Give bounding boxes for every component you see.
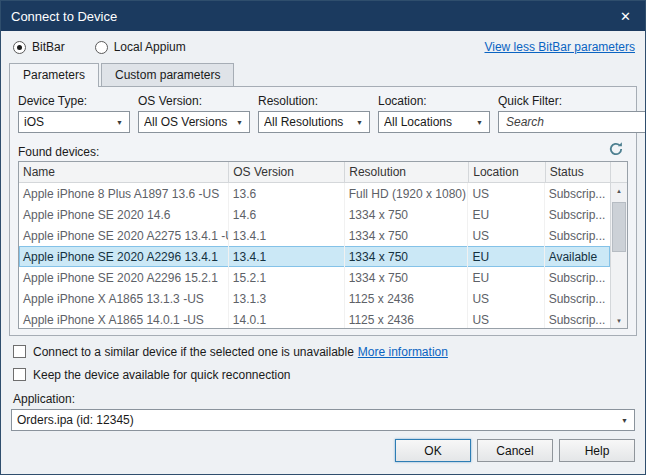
cell-resolution: 1125 x 2436	[345, 309, 469, 328]
device-row[interactable]: Apple iPhone SE 2020 A2296 15.2.1 15.2.1…	[19, 267, 610, 288]
cell-status: Subscrip...	[545, 183, 610, 204]
refresh-icon	[608, 141, 624, 157]
view-less-bitbar-parameters-link[interactable]: View less BitBar parameters	[484, 40, 635, 54]
checkbox[interactable]	[13, 345, 26, 358]
cancel-button[interactable]: Cancel	[477, 439, 553, 462]
device-type-dropdown: Device Type: iOS ▼	[18, 93, 130, 133]
table-header: Name OS Version Resolution Location Stat…	[19, 162, 627, 183]
quick-filter-searchbox	[498, 111, 646, 133]
column-header[interactable]: Name	[19, 162, 229, 182]
scrollbar-thumb[interactable]	[612, 202, 626, 252]
filter-label: Device Type:	[18, 94, 130, 108]
radio-local-appium[interactable]: Local Appium	[95, 40, 186, 54]
dropdown-value: All Locations	[384, 115, 470, 129]
connection-type-row: BitBar Local Appium View less BitBar par…	[13, 39, 635, 55]
chevron-down-icon: ▼	[470, 119, 489, 126]
cell-location: US	[468, 309, 544, 328]
column-header[interactable]: Location	[469, 162, 545, 182]
tab-label: Parameters	[23, 68, 85, 82]
cell-resolution: 1334 x 750	[345, 204, 469, 225]
resolution-dropdown: Resolution: All Resolutions ▼	[258, 93, 370, 133]
cell-os-version: 14.6	[229, 204, 345, 225]
parameters-tab-panel: Device Type: iOS ▼ OS Version: All OS Ve…	[9, 86, 637, 336]
dropdown-value: All Resolutions	[264, 115, 350, 129]
cell-os-version: 13.6	[229, 183, 345, 204]
devices-table: Name OS Version Resolution Location Stat…	[18, 161, 628, 329]
device-row[interactable]: Apple iPhone 8 Plus A1897 13.6 -US 13.6 …	[19, 183, 610, 204]
cell-os-version: 14.0.1	[229, 309, 345, 328]
location-dropdown: Location: All Locations ▼	[378, 93, 490, 133]
help-button[interactable]: Help	[559, 439, 635, 462]
similar-device-checkbox-row: Connect to a similar device if the selec…	[13, 344, 633, 359]
checkbox[interactable]	[13, 368, 26, 381]
device-row[interactable]: Apple iPhone SE 2020 14.6 14.6 1334 x 75…	[19, 204, 610, 225]
cell-name: Apple iPhone X A1865 14.0.1 -US	[19, 309, 229, 328]
cell-location: US	[468, 225, 544, 246]
search-input[interactable]	[504, 114, 646, 130]
device-row[interactable]: Apple iPhone X A1865 13.1.3 -US 13.1.3 1…	[19, 288, 610, 309]
application-dropdown[interactable]: Orders.ipa (id: 12345) ▼	[11, 409, 635, 431]
scroll-down-icon[interactable]: ▼	[611, 313, 627, 328]
dropdown[interactable]: All OS Versions ▼	[138, 111, 250, 133]
device-row[interactable]: Apple iPhone X A1865 14.0.1 -US 14.0.1 1…	[19, 309, 610, 328]
cell-status: Available	[545, 246, 610, 267]
cell-location: US	[468, 183, 544, 204]
filter-row: Device Type: iOS ▼ OS Version: All OS Ve…	[18, 93, 628, 133]
cell-name: Apple iPhone X A1865 13.1.3 -US	[19, 288, 229, 309]
device-row[interactable]: Apple iPhone SE 2020 A2296 13.4.1 13.4.1…	[19, 246, 610, 267]
quick-filter-label: Quick Filter:	[498, 94, 646, 108]
chevron-down-icon: ▼	[350, 119, 369, 126]
dropdown[interactable]: All Locations ▼	[378, 111, 490, 133]
cell-location: EU	[468, 267, 544, 288]
tab-parameters[interactable]: Parameters	[9, 63, 99, 87]
cell-location: EU	[468, 204, 544, 225]
scroll-up-icon[interactable]: ▲	[611, 183, 627, 198]
cell-name: Apple iPhone SE 2020 A2296 15.2.1	[19, 267, 229, 288]
refresh-button[interactable]	[604, 139, 628, 159]
found-devices-label: Found devices:	[18, 145, 99, 159]
cell-status: Subscrip...	[545, 267, 610, 288]
application-label: Application:	[13, 392, 633, 406]
title-bar: Connect to Device ✕	[1, 1, 645, 31]
dropdown-value: iOS	[24, 115, 110, 129]
tab-strip: Parameters Custom parameters	[9, 63, 637, 86]
chevron-down-icon: ▼	[230, 119, 249, 126]
ok-button[interactable]: OK	[395, 439, 471, 462]
keep-device-checkbox-row: Keep the device available for quick reco…	[13, 367, 633, 382]
cell-resolution: Full HD (1920 x 1080)	[345, 183, 469, 204]
radio-label: BitBar	[32, 40, 65, 54]
close-icon[interactable]: ✕	[606, 9, 645, 24]
column-header[interactable]: OS Version	[229, 162, 345, 182]
dropdown[interactable]: All Resolutions ▼	[258, 111, 370, 133]
cell-os-version: 15.2.1	[229, 267, 345, 288]
device-row[interactable]: Apple iPhone SE 2020 A2275 13.4.1 -US 13…	[19, 225, 610, 246]
tab-label: Custom parameters	[115, 68, 220, 82]
cell-name: Apple iPhone 8 Plus A1897 13.6 -US	[19, 183, 229, 204]
chevron-down-icon: ▼	[110, 119, 129, 126]
radio-bitbar[interactable]: BitBar	[13, 40, 65, 54]
checkbox-label: Connect to a similar device if the selec…	[33, 345, 354, 359]
cell-resolution: 1334 x 750	[345, 267, 469, 288]
window-title: Connect to Device	[11, 9, 117, 24]
quick-filter-field: Quick Filter:	[498, 93, 646, 133]
filter-label: OS Version:	[138, 94, 250, 108]
application-value: Orders.ipa (id: 12345)	[17, 413, 615, 427]
connect-to-device-dialog: Connect to Device ✕ BitBar Local Appium …	[0, 0, 646, 475]
column-header[interactable]: Status	[546, 162, 611, 182]
cell-resolution: 1334 x 750	[345, 225, 469, 246]
cell-name: Apple iPhone SE 2020 14.6	[19, 204, 229, 225]
tab-custom-parameters[interactable]: Custom parameters	[101, 63, 234, 86]
cell-status: Subscrip...	[545, 225, 610, 246]
more-information-link[interactable]: More information	[358, 345, 448, 359]
cell-name: Apple iPhone SE 2020 A2275 13.4.1 -US	[19, 225, 229, 246]
vertical-scrollbar[interactable]: ▲ ▼	[610, 183, 627, 328]
cell-status: Subscrip...	[545, 204, 610, 225]
cell-location: US	[468, 288, 544, 309]
found-devices-row: Found devices:	[18, 139, 628, 159]
column-header[interactable]: Resolution	[345, 162, 469, 182]
dropdown[interactable]: iOS ▼	[18, 111, 130, 133]
cell-name: Apple iPhone SE 2020 A2296 13.4.1	[19, 246, 229, 267]
cell-os-version: 13.1.3	[229, 288, 345, 309]
chevron-down-icon: ▼	[615, 417, 634, 424]
dropdown-value: All OS Versions	[144, 115, 230, 129]
